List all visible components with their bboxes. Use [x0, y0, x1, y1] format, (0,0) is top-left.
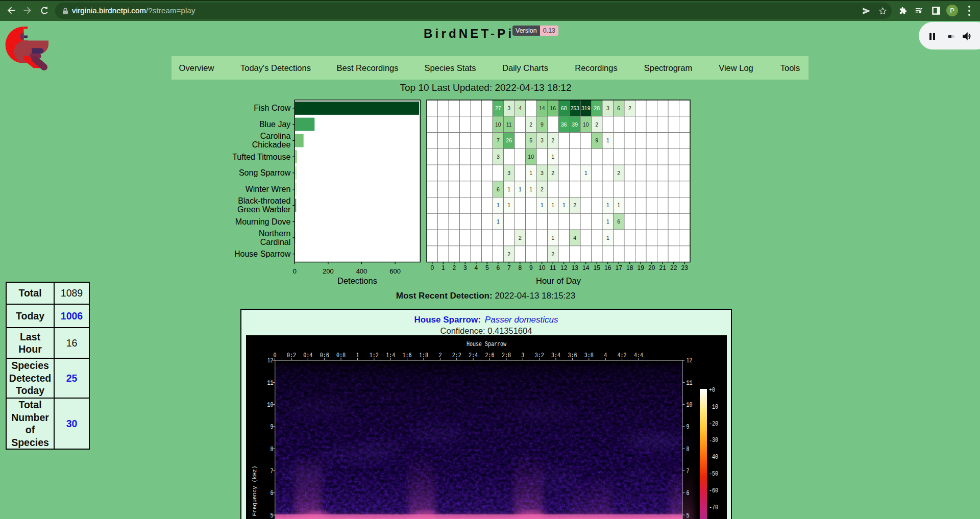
svg-text:-60: -60 — [709, 487, 718, 495]
svg-text:3:2: 3:2 — [535, 352, 544, 359]
svg-text:1: 1 — [497, 218, 500, 225]
svg-text:4:4: 4:4 — [634, 352, 643, 359]
svg-text:14: 14 — [539, 105, 545, 111]
svg-text:319: 319 — [581, 105, 591, 111]
svg-text:10: 10 — [528, 154, 534, 160]
svg-text:3: 3 — [541, 170, 544, 176]
svg-text:10: 10 — [538, 264, 546, 271]
svg-text:27: 27 — [495, 105, 501, 111]
svg-text:0: 0 — [293, 267, 297, 275]
svg-text:Northern: Northern — [259, 229, 290, 238]
svg-text:10: 10 — [686, 401, 692, 409]
svg-text:3:6: 3:6 — [568, 352, 577, 359]
svg-text:4: 4 — [604, 352, 607, 359]
svg-text:10: 10 — [495, 121, 501, 128]
svg-text:9: 9 — [529, 264, 533, 271]
svg-text:Blue Jay: Blue Jay — [259, 120, 290, 129]
svg-text:1: 1 — [551, 154, 554, 160]
svg-text:9: 9 — [271, 423, 274, 431]
svg-text:Fish Crow: Fish Crow — [254, 104, 290, 112]
svg-text:+0: +0 — [709, 386, 715, 394]
svg-text:15: 15 — [594, 264, 601, 271]
svg-text:7: 7 — [497, 137, 500, 143]
svg-text:6: 6 — [617, 105, 620, 111]
svg-text:11: 11 — [267, 379, 274, 387]
svg-text:1: 1 — [507, 186, 510, 192]
svg-text:17: 17 — [616, 264, 623, 271]
svg-text:0:8: 0:8 — [336, 352, 346, 359]
svg-text:1: 1 — [541, 202, 544, 208]
svg-text:2:6: 2:6 — [485, 352, 495, 359]
svg-text:House Sparrow: House Sparrow — [234, 250, 291, 258]
svg-text:21: 21 — [659, 264, 667, 271]
svg-text:4: 4 — [573, 235, 576, 241]
svg-text:10: 10 — [267, 401, 274, 409]
svg-text:2: 2 — [551, 137, 554, 143]
svg-text:2: 2 — [452, 264, 456, 271]
svg-text:Song Sparrow: Song Sparrow — [239, 168, 291, 177]
svg-text:3: 3 — [606, 105, 609, 111]
svg-text:5: 5 — [485, 264, 489, 271]
svg-text:Cardinal: Cardinal — [260, 238, 291, 246]
svg-text:8: 8 — [518, 264, 522, 271]
svg-text:2: 2 — [529, 121, 532, 128]
svg-text:0:2: 0:2 — [287, 352, 296, 359]
svg-text:2: 2 — [628, 105, 631, 111]
svg-text:7: 7 — [271, 467, 274, 475]
svg-text:9: 9 — [595, 137, 598, 143]
svg-text:1:8: 1:8 — [419, 352, 428, 359]
svg-text:12: 12 — [267, 357, 274, 364]
svg-text:16: 16 — [604, 264, 611, 271]
svg-text:4: 4 — [519, 105, 522, 111]
svg-text:3:8: 3:8 — [584, 352, 594, 359]
svg-text:200: 200 — [323, 267, 334, 275]
svg-text:1: 1 — [519, 186, 522, 192]
svg-text:2: 2 — [541, 186, 544, 192]
svg-text:6: 6 — [496, 264, 500, 271]
svg-text:253: 253 — [570, 105, 579, 111]
svg-text:400: 400 — [356, 267, 368, 275]
svg-text:12: 12 — [686, 357, 692, 364]
svg-text:Carolina: Carolina — [260, 132, 291, 140]
svg-text:0: 0 — [430, 264, 434, 271]
svg-text:1: 1 — [497, 202, 500, 208]
svg-text:2: 2 — [551, 170, 554, 176]
svg-text:11: 11 — [550, 264, 556, 271]
svg-text:Green Warbler: Green Warbler — [237, 205, 291, 214]
svg-text:1: 1 — [606, 218, 609, 225]
svg-text:-40: -40 — [709, 453, 718, 461]
svg-text:5: 5 — [529, 137, 532, 143]
svg-text:House Sparrow: House Sparrow — [467, 340, 506, 348]
svg-text:6: 6 — [271, 489, 274, 497]
svg-text:19: 19 — [638, 264, 645, 271]
svg-text:Hour of Day: Hour of Day — [536, 276, 581, 285]
svg-text:Mourning Dove: Mourning Dove — [235, 217, 291, 226]
svg-text:-20: -20 — [709, 419, 718, 427]
svg-text:Black-throated: Black-throated — [238, 196, 290, 205]
svg-text:3: 3 — [541, 137, 544, 143]
svg-text:-10: -10 — [709, 403, 718, 411]
svg-text:8: 8 — [686, 445, 689, 453]
svg-text:2: 2 — [573, 202, 576, 208]
svg-text:1:2: 1:2 — [370, 352, 379, 359]
svg-text:6: 6 — [497, 186, 500, 192]
svg-text:12: 12 — [560, 264, 568, 271]
svg-text:5: 5 — [686, 511, 689, 519]
svg-text:18: 18 — [626, 264, 633, 271]
svg-text:-30: -30 — [709, 436, 718, 444]
svg-text:3: 3 — [463, 264, 467, 271]
svg-text:1: 1 — [606, 202, 609, 208]
svg-text:7: 7 — [507, 264, 511, 271]
svg-text:4:2: 4:2 — [618, 352, 627, 359]
svg-text:9: 9 — [686, 423, 689, 431]
svg-text:1: 1 — [551, 235, 554, 241]
svg-text:0: 0 — [274, 352, 277, 359]
svg-text:1: 1 — [529, 186, 532, 192]
svg-text:1: 1 — [529, 170, 532, 176]
svg-text:1:6: 1:6 — [403, 352, 412, 359]
svg-text:3:4: 3:4 — [551, 352, 560, 359]
svg-text:20: 20 — [648, 264, 655, 271]
svg-text:-50: -50 — [709, 470, 718, 478]
svg-text:Frequency (kHz): Frequency (kHz) — [252, 465, 258, 516]
svg-text:1: 1 — [356, 352, 359, 359]
